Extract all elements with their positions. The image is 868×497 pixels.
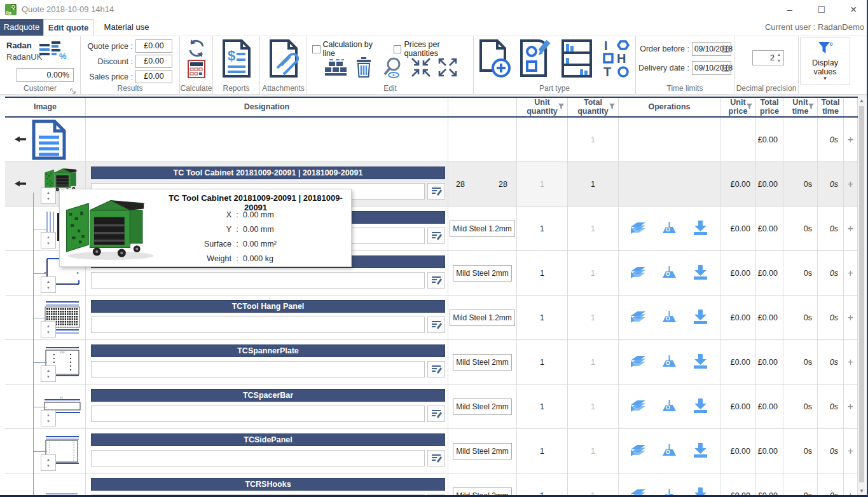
designation-notes-button[interactable]: [427, 228, 445, 244]
designation-input[interactable]: [91, 317, 425, 333]
quote-price-field[interactable]: £0.00: [135, 39, 172, 53]
designation-notes-button[interactable]: [427, 361, 445, 378]
material-chip[interactable]: Mild Steel 2mm: [453, 487, 512, 497]
column-header-unit-time[interactable]: Unit time: [783, 98, 818, 116]
expand-all-icon[interactable]: [438, 58, 457, 79]
stock-shelf-icon[interactable]: [561, 39, 594, 81]
stepper-down-icon[interactable]: ▼: [46, 375, 50, 379]
column-header-unit-price[interactable]: Unit price: [720, 98, 756, 116]
press-brake-icon[interactable]: [661, 309, 678, 326]
add-operation-button[interactable]: +: [844, 429, 858, 473]
delete-trash-icon[interactable]: [355, 57, 372, 80]
material-chip[interactable]: Mild Steel 1.2mm: [450, 221, 515, 237]
quantity-stepper[interactable]: ▲▼: [41, 365, 56, 382]
stepper-up-icon[interactable]: ▲: [46, 235, 50, 239]
press-brake-icon[interactable]: [661, 220, 678, 237]
part-row[interactable]: ▲▼TCRSHooksMild Steel 2mm11£0.00£0.000s0…: [5, 473, 860, 497]
designation-input[interactable]: [91, 361, 425, 378]
download-icon[interactable]: [692, 398, 709, 415]
material-chip[interactable]: Mild Steel 1.2mm: [450, 310, 515, 326]
display-values-button[interactable]: 0 Display values ▼: [800, 37, 850, 85]
stepper-down-icon[interactable]: ▼: [775, 58, 783, 64]
decimal-precision-stepper[interactable]: 2 ▲▼: [752, 50, 784, 65]
quantity-stepper[interactable]: ▲▼: [41, 321, 56, 337]
sheet-stack-icon[interactable]: [630, 309, 647, 326]
checkbox-box[interactable]: [394, 45, 402, 53]
add-operation-button[interactable]: +: [844, 251, 858, 295]
add-part-icon[interactable]: [478, 39, 511, 81]
part-row[interactable]: xx▲▼TCSpacerBarMild Steel 2mm11£0.00£0.0…: [5, 385, 860, 429]
stepper-up-icon[interactable]: ▲: [46, 324, 50, 328]
stepper-up-icon[interactable]: ▲: [46, 191, 50, 194]
designation-input[interactable]: [91, 450, 425, 466]
sheet-stack-icon[interactable]: [630, 487, 647, 497]
minimize-button[interactable]: –: [783, 4, 797, 15]
sheet-stack-icon[interactable]: [630, 353, 647, 371]
sales-price-field[interactable]: £0.00: [135, 70, 172, 83]
sheet-stack-icon[interactable]: [630, 442, 647, 460]
add-operation-button[interactable]: +: [844, 473, 858, 497]
collapse-all-icon[interactable]: [411, 58, 431, 79]
recalculate-icon[interactable]: [187, 38, 206, 61]
quantity-stepper[interactable]: ▲▼: [41, 276, 56, 293]
download-icon[interactable]: [692, 353, 709, 371]
stepper-up-icon[interactable]: ▲: [46, 413, 50, 417]
column-header-total-time[interactable]: Total time: [818, 98, 844, 116]
add-operation-button[interactable]: +: [844, 118, 858, 161]
vertical-scrollbar[interactable]: ▲ ▼: [858, 97, 865, 495]
press-brake-icon[interactable]: [661, 398, 678, 415]
stepper-up-icon[interactable]: ▲: [46, 458, 50, 461]
add-operation-button[interactable]: +: [844, 162, 858, 206]
calculator-icon[interactable]: [188, 60, 205, 81]
designation-input[interactable]: [91, 405, 425, 422]
press-brake-icon[interactable]: [661, 487, 678, 497]
reports-icon[interactable]: $: [221, 39, 252, 81]
stepper-down-icon[interactable]: ▼: [46, 464, 50, 468]
designation-notes-button[interactable]: [427, 494, 445, 497]
quantity-stepper[interactable]: ▲▼: [41, 454, 56, 471]
stepper-down-icon[interactable]: ▼: [46, 242, 50, 245]
stepper-down-icon[interactable]: ▼: [46, 286, 50, 290]
column-header-total-price[interactable]: Total price: [756, 98, 783, 116]
customer-percent-field[interactable]: 0.00%: [17, 68, 74, 82]
designation-notes-button[interactable]: [427, 183, 445, 200]
add-operation-button[interactable]: +: [844, 296, 858, 339]
scroll-up-icon[interactable]: ▲: [858, 97, 865, 105]
collapse-row-toggle[interactable]: [14, 180, 27, 189]
press-brake-icon[interactable]: [661, 264, 678, 282]
column-header-unit-quantity[interactable]: Unit quantity: [517, 98, 568, 116]
maximize-button[interactable]: ☐: [815, 4, 829, 15]
profile-shapes-icon[interactable]: I H T: [602, 39, 631, 81]
tab-radquote[interactable]: Radquote: [0, 19, 43, 36]
material-chip[interactable]: Mild Steel 2mm: [453, 443, 512, 460]
scroll-down-icon[interactable]: ▼: [858, 487, 865, 495]
edit-part-icon[interactable]: [519, 39, 553, 81]
calculation-by-line-checkbox[interactable]: Calculation by line: [312, 40, 385, 58]
stepper-down-icon[interactable]: ▼: [46, 197, 50, 201]
tab-material-use[interactable]: Material use: [102, 19, 151, 36]
quote-root-row[interactable]: 1£0.000s+: [5, 118, 860, 162]
column-header-operations[interactable]: Operations: [619, 98, 720, 116]
part-row[interactable]: xxx▲▼TCSpannerPlateMild Steel 2mm11£0.00…: [5, 340, 860, 385]
quantity-stepper[interactable]: ▲▼: [41, 232, 56, 248]
download-icon[interactable]: [692, 220, 709, 237]
column-header-image[interactable]: Image: [5, 98, 86, 116]
stepper-down-icon[interactable]: ▼: [46, 330, 50, 334]
stepper-down-icon[interactable]: ▼: [46, 419, 50, 423]
download-icon[interactable]: [692, 264, 709, 282]
material-chip[interactable]: Mild Steel 2mm: [453, 354, 512, 371]
sheet-stack-icon[interactable]: [630, 264, 647, 282]
stepper-up-icon[interactable]: ▲: [775, 51, 783, 58]
sheet-stack-icon[interactable]: [630, 398, 647, 415]
download-icon[interactable]: [692, 309, 709, 326]
stepper-up-icon[interactable]: ▲: [46, 280, 50, 283]
attachments-icon[interactable]: [268, 39, 299, 81]
download-icon[interactable]: [692, 442, 709, 460]
add-operation-button[interactable]: +: [844, 385, 858, 428]
designation-notes-button[interactable]: [427, 317, 445, 333]
designation-notes-button[interactable]: [427, 272, 445, 289]
part-row[interactable]: ·▲▼TCSidePanelMild Steel 2mm11£0.00£0.00…: [5, 429, 860, 473]
stepper-up-icon[interactable]: ▲: [46, 369, 50, 372]
scrollbar-thumb[interactable]: [859, 106, 864, 482]
column-header-total-quantity[interactable]: Total quantity: [568, 98, 619, 116]
